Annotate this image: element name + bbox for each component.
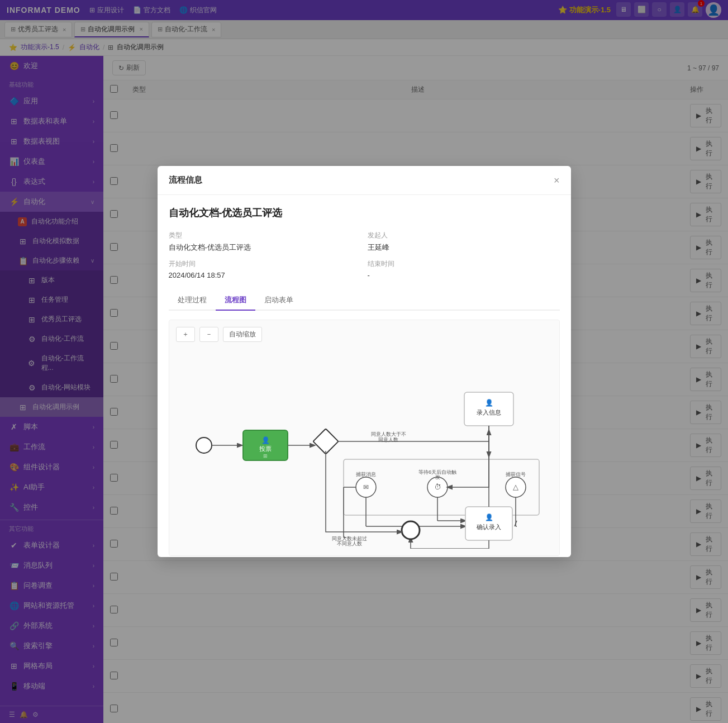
flow-svg: 👤 投票 ⊞ 同意人数大于不 同意人数 👤 录入信息: [176, 348, 556, 549]
gateway-node: [313, 429, 338, 454]
modal-title: 流程信息: [169, 175, 202, 185]
enter-info-icon: 👤: [484, 398, 493, 407]
start-time-label: 开始时间: [169, 259, 361, 269]
modal-info-grid: 类型 自动化文档-优选员工评选 发起人 王延峰 开始时间 2024/06/14 …: [169, 231, 560, 279]
end-time-label: 结束时间: [368, 259, 560, 269]
cond-label-agree-gt: 同意人数大于不: [370, 431, 406, 437]
catch-signal-icon: △: [513, 483, 518, 491]
initiator-label: 发起人: [368, 231, 560, 240]
initiator-value: 王延峰: [368, 242, 560, 253]
cond-label-disagree2: 不同意人数: [336, 541, 361, 546]
modal-close-button[interactable]: ×: [554, 175, 560, 185]
type-label: 类型: [169, 231, 361, 240]
zoom-out-button[interactable]: －: [199, 327, 218, 342]
vote-task-icon-text: 👤: [261, 436, 269, 444]
arrow-gw-enter: [338, 430, 489, 441]
modal-body: 自动化文档-优选员工评选 类型 自动化文档-优选员工评选 发起人 王延峰 开始时…: [158, 195, 571, 557]
type-value: 自动化文档-优选员工评选: [169, 242, 361, 253]
timer-icon: ⏱: [434, 483, 441, 491]
modal-process-title: 自动化文档-优选员工评选: [169, 206, 560, 220]
modal-tab-start-form[interactable]: 启动表单: [255, 291, 302, 311]
catch-msg-label: 捕获消息: [356, 472, 376, 477]
auto-zoom-button[interactable]: 自动缩放: [223, 327, 262, 342]
start-time-value: 2024/06/14 18:57: [169, 271, 361, 279]
vote-task-sub: ⊞: [263, 453, 268, 459]
flow-diagram: ＋ － 自动缩放: [169, 320, 560, 556]
zoom-in-icon: ＋: [182, 330, 189, 339]
catch-msg-icon: ✉: [363, 483, 369, 491]
start-node: [196, 437, 212, 453]
confirm-enter-icon: 👤: [484, 513, 493, 521]
end-node: [402, 521, 420, 539]
end-time-value: -: [368, 271, 560, 279]
confirm-enter-label: 确认录入: [476, 524, 501, 530]
cond-label-agree-gt2: 同意人数: [378, 437, 398, 443]
modal: 流程信息 × 自动化文档-优选员工评选 类型 自动化文档-优选员工评选 发起人 …: [158, 166, 571, 557]
vote-task-label: 投票: [259, 445, 272, 452]
modal-tab-process[interactable]: 处理过程: [169, 291, 216, 311]
modal-tab-flowchart[interactable]: 流程图: [216, 291, 255, 311]
zoom-in-button[interactable]: ＋: [176, 327, 195, 342]
enter-info-label: 录入信息: [477, 409, 501, 416]
zoom-out-icon: －: [206, 330, 212, 339]
modal-header: 流程信息 ×: [158, 166, 571, 195]
catch-signal-label: 捕获信号: [506, 472, 526, 477]
timer-label2: 发: [435, 474, 440, 480]
modal-overlay[interactable]: 流程信息 × 自动化文档-优选员工评选 类型 自动化文档-优选员工评选 发起人 …: [0, 0, 728, 723]
arrow-enter-to-timer: [448, 426, 489, 487]
flow-toolbar: ＋ － 自动缩放: [176, 327, 553, 342]
modal-tabs: 处理过程 流程图 启动表单: [169, 291, 560, 311]
